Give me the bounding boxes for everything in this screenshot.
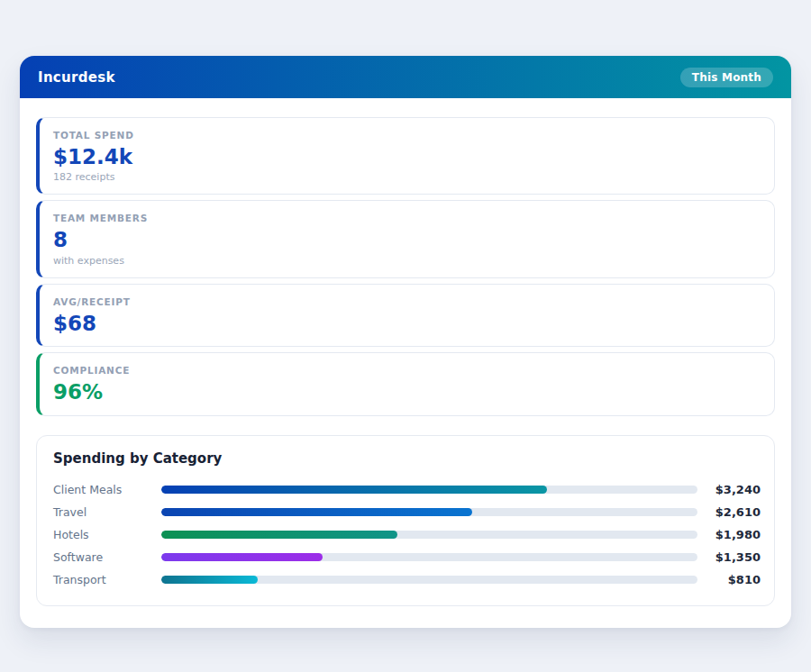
- bar-fill: [161, 576, 258, 584]
- stat-card-avg-receipt: AVG/RECEIPT $68: [36, 284, 775, 347]
- category-row-hotels: Hotels $1,980: [53, 523, 761, 546]
- category-row-travel: Travel $2,610: [53, 501, 761, 523]
- app-header: Incurdesk This Month: [20, 56, 791, 98]
- category-label: Client Meals: [53, 483, 161, 496]
- category-label: Software: [53, 550, 161, 564]
- bar-track: [161, 531, 697, 539]
- spending-by-category-panel: Spending by Category Client Meals $3,240…: [36, 435, 775, 606]
- stat-card-total-spend: TOTAL SPEND $12.4k 182 receipts: [36, 117, 775, 195]
- stat-value: $68: [53, 312, 760, 335]
- bar-track: [161, 553, 697, 561]
- bar-fill: [161, 531, 397, 539]
- stat-value: 8: [53, 228, 760, 251]
- stat-label: TEAM MEMBERS: [53, 213, 760, 223]
- bar-fill: [161, 508, 472, 516]
- stat-value: 96%: [53, 380, 760, 404]
- panel-title: Spending by Category: [53, 450, 761, 467]
- dashboard-card: Incurdesk This Month TOTAL SPEND $12.4k …: [20, 56, 791, 628]
- dashboard-content: TOTAL SPEND $12.4k 182 receipts TEAM MEM…: [20, 98, 791, 628]
- page-background: Incurdesk This Month TOTAL SPEND $12.4k …: [0, 0, 811, 672]
- category-row-transport: Transport $810: [53, 568, 761, 591]
- category-label: Transport: [53, 573, 161, 586]
- bar-track: [161, 508, 697, 516]
- bar-track: [161, 486, 697, 494]
- stat-card-compliance: COMPLIANCE 96%: [36, 352, 775, 415]
- category-label: Travel: [53, 505, 161, 519]
- bar-track: [161, 576, 697, 584]
- category-value: $810: [697, 573, 761, 586]
- stat-label: COMPLIANCE: [53, 365, 760, 376]
- category-value: $2,610: [697, 505, 761, 519]
- stat-subtext: 182 receipts: [53, 171, 760, 183]
- category-row-client-meals: Client Meals $3,240: [53, 478, 761, 501]
- stat-value: $12.4k: [53, 145, 760, 168]
- category-label: Hotels: [53, 528, 161, 541]
- stat-subtext: with expenses: [53, 255, 760, 267]
- category-value: $1,350: [697, 550, 761, 564]
- app-title: Incurdesk: [38, 69, 115, 86]
- bar-fill: [161, 553, 323, 561]
- stat-label: AVG/RECEIPT: [53, 296, 760, 307]
- stat-card-team-members: TEAM MEMBERS 8 with expenses: [36, 200, 775, 277]
- category-value: $3,240: [697, 483, 761, 496]
- bar-fill: [161, 486, 547, 494]
- category-value: $1,980: [697, 528, 761, 541]
- period-badge[interactable]: This Month: [680, 68, 773, 87]
- category-row-software: Software $1,350: [53, 546, 761, 568]
- stat-label: TOTAL SPEND: [53, 130, 760, 141]
